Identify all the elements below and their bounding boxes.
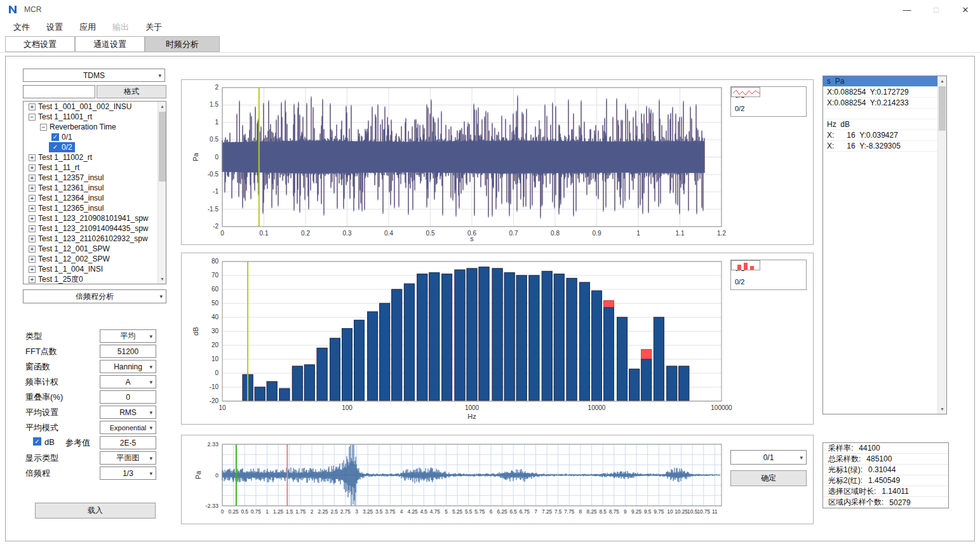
tree-item[interactable]: +Test 1_123_210914094435_spw bbox=[26, 223, 151, 234]
menu-settings[interactable]: 设置 bbox=[38, 19, 71, 36]
tree-item[interactable]: +Test 1_11002_rt bbox=[26, 152, 95, 162]
window-function-select[interactable]: Hanning ▾ bbox=[100, 360, 156, 373]
svg-text:10: 10 bbox=[667, 508, 673, 515]
expand-icon[interactable]: + bbox=[29, 266, 36, 273]
fft-points-input[interactable]: 51200 bbox=[100, 345, 156, 358]
tree-item[interactable]: +Test 1_12361_insul bbox=[26, 183, 106, 193]
tree-item[interactable]: +Test 1_12357_insul bbox=[26, 173, 106, 183]
scroll-down-icon[interactable]: ▼ bbox=[158, 274, 166, 284]
tree-item[interactable]: +Test 1_25度0 bbox=[26, 274, 86, 284]
menu-file[interactable]: 文件 bbox=[5, 19, 38, 36]
channel-checkbox[interactable]: ✓ bbox=[51, 143, 59, 151]
scroll-down-icon[interactable]: ▼ bbox=[938, 404, 946, 414]
minimize-button[interactable]: — bbox=[892, 0, 922, 19]
tree-item[interactable]: +Test 1_123_210908101941_spw bbox=[26, 213, 151, 223]
format-button[interactable]: 格式 bbox=[97, 85, 166, 98]
tree-item[interactable]: +Test 1_001_001_002_INSU bbox=[26, 102, 134, 112]
type-select[interactable]: 平均 ▾ bbox=[100, 329, 156, 343]
avg-setting-select[interactable]: RMS ▾ bbox=[100, 406, 156, 419]
tab-document-settings[interactable]: 文档设置 bbox=[5, 36, 75, 52]
expand-icon[interactable]: + bbox=[29, 205, 36, 212]
list-row[interactable]: X:0.088254 Y:0.172729 bbox=[823, 87, 937, 98]
expand-icon[interactable]: + bbox=[29, 256, 36, 263]
maximize-button[interactable]: □ bbox=[922, 0, 951, 19]
tree-item[interactable]: +Test 1_123_211026102932_spw bbox=[26, 234, 151, 244]
tree-item[interactable]: +Test 1_12365_insul bbox=[26, 203, 106, 213]
octave-label: 倍频程 bbox=[25, 468, 50, 479]
expand-icon[interactable]: + bbox=[29, 276, 36, 283]
tree-item[interactable]: +Test 1_1_004_INSI bbox=[26, 264, 105, 274]
analysis-type-select[interactable]: 倍频程分析 ▾ bbox=[23, 289, 166, 303]
scrollbar-thumb[interactable] bbox=[939, 86, 946, 131]
svg-text:-2: -2 bbox=[213, 223, 218, 230]
svg-text:10.5: 10.5 bbox=[687, 508, 698, 515]
tree-scrollbar[interactable]: ▲ ▼ bbox=[158, 102, 166, 284]
tree-item[interactable]: ✓0/1 bbox=[49, 132, 75, 142]
db-checkbox[interactable]: ✓ bbox=[33, 437, 41, 446]
tree-item[interactable]: +Test 1_12_001_SPW bbox=[26, 244, 112, 254]
expand-icon[interactable]: + bbox=[29, 235, 36, 242]
tree-item[interactable]: −Test 1_11001_rt bbox=[26, 112, 95, 122]
menu-apply[interactable]: 应用 bbox=[71, 19, 104, 36]
list-row[interactable]: Hz dB bbox=[823, 119, 937, 130]
expand-icon[interactable]: + bbox=[29, 154, 36, 161]
close-button[interactable]: ✕ bbox=[951, 0, 980, 19]
list-row[interactable]: X: 16 Y:0.039427 bbox=[823, 130, 937, 141]
freq-weighting-value: A bbox=[125, 378, 130, 387]
tree-item-label: Test 1_12357_insul bbox=[38, 173, 104, 182]
menu-about[interactable]: 关于 bbox=[137, 19, 170, 36]
tree-item-label: Test 1_1_004_INSI bbox=[38, 265, 103, 274]
tree-item-label: Reverberation Time bbox=[50, 122, 116, 131]
file-format-select[interactable]: TDMS ▾ bbox=[23, 69, 165, 82]
window-function-value: Hanning bbox=[114, 362, 142, 371]
expand-icon[interactable]: + bbox=[29, 175, 36, 182]
tree-item-label: Test 1_11001_rt bbox=[38, 112, 92, 121]
expand-icon[interactable]: + bbox=[29, 225, 36, 232]
confirm-button[interactable]: 确定 bbox=[730, 470, 807, 486]
tree-item[interactable]: +Test 1_12_002_SPW bbox=[26, 254, 112, 264]
file-format-value: TDMS bbox=[83, 71, 105, 80]
list-scrollbar[interactable]: ▲ ▼ bbox=[937, 76, 946, 414]
reference-input[interactable]: 2E-5 bbox=[100, 436, 156, 449]
scroll-up-icon[interactable]: ▲ bbox=[938, 76, 946, 86]
octave-select[interactable]: 1/3 ▾ bbox=[100, 466, 156, 480]
menu-output[interactable]: 输出 bbox=[104, 19, 137, 36]
window-controls: — □ ✕ bbox=[892, 0, 980, 19]
list-header-row[interactable]: s Pa bbox=[823, 76, 937, 87]
expand-icon[interactable]: + bbox=[29, 103, 36, 110]
expand-icon[interactable]: + bbox=[29, 246, 36, 253]
list-row[interactable]: X: 16 Y:-8.329305 bbox=[823, 141, 937, 152]
tab-channel-settings[interactable]: 通道设置 bbox=[75, 36, 145, 52]
scrollbar-thumb[interactable] bbox=[159, 112, 166, 182]
filter-input[interactable] bbox=[23, 85, 95, 98]
tree-item[interactable]: −Reverberation Time bbox=[37, 122, 119, 132]
expand-icon[interactable]: + bbox=[29, 164, 36, 171]
svg-text:7.25: 7.25 bbox=[542, 508, 553, 515]
waveform-legend: 0/1 0/2 bbox=[730, 86, 807, 117]
channel-select[interactable]: 0/1 ▾ bbox=[730, 450, 807, 465]
display-type-select[interactable]: 平面图 ▾ bbox=[100, 451, 156, 465]
avg-mode-select[interactable]: Exponential ▾ bbox=[100, 421, 156, 434]
svg-text:5.25: 5.25 bbox=[452, 508, 463, 515]
tree-item[interactable]: ✓0/2 bbox=[49, 142, 75, 152]
tree-item-label: 0/2 bbox=[62, 143, 72, 152]
svg-text:2.5: 2.5 bbox=[330, 508, 338, 515]
svg-text:-1: -1 bbox=[213, 188, 218, 195]
overlap-value: 0 bbox=[126, 393, 130, 402]
expand-icon[interactable]: + bbox=[29, 185, 36, 192]
collapse-icon[interactable]: − bbox=[40, 124, 47, 131]
list-row[interactable]: X:0.088254 Y:0.214233 bbox=[823, 98, 937, 109]
tree-item[interactable]: +Test 1_11_rt bbox=[26, 162, 82, 173]
scroll-up-icon[interactable]: ▲ bbox=[158, 102, 166, 111]
collapse-icon[interactable]: − bbox=[29, 114, 36, 121]
list-row[interactable] bbox=[823, 109, 937, 119]
load-button[interactable]: 载入 bbox=[35, 503, 156, 519]
freq-weighting-select[interactable]: A ▾ bbox=[100, 375, 156, 388]
expand-icon[interactable]: + bbox=[29, 195, 36, 202]
expand-icon[interactable]: + bbox=[29, 215, 36, 222]
tab-time-frequency-analysis[interactable]: 时频分析 bbox=[145, 36, 220, 52]
tree-item[interactable]: +Test 1_12364_insul bbox=[26, 193, 106, 203]
tree-item-label: Test 1_12_001_SPW bbox=[38, 244, 110, 253]
overlap-input[interactable]: 0 bbox=[100, 390, 156, 404]
channel-checkbox[interactable]: ✓ bbox=[51, 133, 59, 141]
